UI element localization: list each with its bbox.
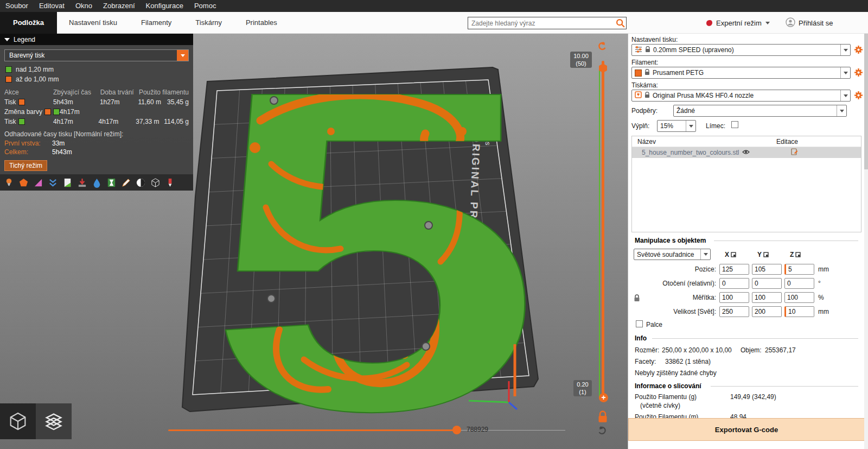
undo-arrow-icon[interactable] (597, 41, 608, 52)
coordinate-system-select[interactable]: Světové souřadnice (634, 249, 711, 260)
tab-tiskarny[interactable]: Tiskárny (183, 12, 234, 34)
supports-value: Žádné (676, 107, 834, 115)
legend-swatch-row: až do 1,00 mm (0, 74, 193, 84)
rotation-y-input[interactable] (752, 278, 782, 289)
chevron-down-icon (840, 67, 850, 78)
filament-gear-icon[interactable] (854, 68, 863, 77)
temperature-icon[interactable] (91, 176, 103, 188)
size-y-input[interactable] (752, 306, 782, 317)
position-y-input[interactable] (752, 264, 782, 275)
position-unit: mm (818, 265, 829, 273)
scale-z-input[interactable] (784, 292, 814, 303)
filament-select[interactable]: Prusament PETG (631, 67, 851, 79)
tab-nastaveni-tisku[interactable]: Nastavení tisku (57, 12, 129, 34)
reset-rotation-icon[interactable] (597, 426, 608, 437)
lock-icon[interactable] (597, 412, 608, 422)
position-z-input[interactable] (784, 264, 814, 275)
menu-okno[interactable]: Okno (70, 0, 98, 12)
print-settings-gear-icon[interactable] (854, 45, 863, 54)
move-slider-handle[interactable] (452, 426, 461, 434)
object-type-icon[interactable] (17, 176, 29, 188)
size-z-input[interactable] (784, 306, 814, 317)
legend-panel: Legend Barevný tisk nad 1,20 mm až do 1,… (0, 34, 193, 191)
add-color-change-button[interactable]: + (599, 393, 608, 402)
expert-mode-selector[interactable]: Expertní režim (706, 17, 770, 29)
brim-checkbox[interactable] (731, 121, 738, 128)
tab-filamenty[interactable]: Filamenty (129, 12, 183, 34)
supports-label: Podpěry: (631, 107, 658, 115)
search-icon[interactable] (615, 18, 626, 29)
printer-select[interactable]: Original Prusa MK4S HF0.4 nozzle (631, 90, 851, 102)
export-gcode-button[interactable]: Exportovat G-code (628, 418, 864, 441)
viewport-3d[interactable]: ORIGINAL PRUSA by Jos 5 5 (0, 34, 628, 449)
preset-icon (635, 46, 642, 55)
axis-z-header: Z (790, 251, 801, 258)
extruder-icon[interactable] (3, 176, 15, 188)
travel-marker-icon[interactable] (164, 176, 176, 188)
edit-header: Editace (776, 138, 798, 146)
inches-checkbox[interactable] (636, 320, 643, 327)
tab-podlozka[interactable]: Podložka (0, 12, 57, 34)
manipulation-title: Manipulace s objektem (635, 237, 706, 244)
edit-object-icon[interactable] (791, 148, 798, 157)
lock-icon (644, 92, 650, 100)
printer-gear-icon[interactable] (854, 91, 863, 100)
search-input[interactable] (468, 20, 615, 27)
object-row[interactable]: 5_house_number_two_colours.stl (632, 147, 861, 158)
volume-label: Objem: (741, 346, 762, 354)
scale-y-input[interactable] (752, 292, 782, 303)
collapse-triangle-icon (4, 38, 10, 41)
tool-icon[interactable] (135, 176, 146, 188)
menu-soubor[interactable]: Soubor (0, 0, 34, 12)
fan-speed-icon[interactable] (76, 176, 88, 188)
chevron-down-icon (837, 105, 846, 116)
chevron-down-icon (765, 22, 770, 24)
menu-zobrazeni[interactable]: Zobrazení (98, 0, 141, 12)
legend-table-header: Akce Zbývající čas Doba trvání Použito f… (0, 87, 193, 97)
view-mode-select[interactable]: Barevný tisk (4, 49, 189, 61)
print-settings-select[interactable]: 0.20mm SPEED (upraveno) (631, 44, 851, 56)
name-header: Název (637, 138, 656, 146)
rotation-z-input[interactable] (784, 278, 814, 289)
position-x-input[interactable] (719, 264, 749, 275)
legend-title: Legend (14, 36, 35, 43)
scrollbar-thumb[interactable] (864, 34, 868, 169)
scale-x-input[interactable] (719, 292, 749, 303)
model-number-five[interactable]: 5 (207, 34, 542, 449)
view-3d-button[interactable] (0, 403, 36, 439)
print-settings-value: 0.20mm SPEED (upraveno) (653, 46, 838, 54)
view-preview-button[interactable] (36, 403, 72, 439)
rotation-unit: ° (818, 280, 821, 287)
speed-icon[interactable] (61, 176, 73, 188)
cube-view-icon[interactable] (149, 176, 161, 188)
rotation-x-input[interactable] (719, 278, 749, 289)
menu-bar: Soubor Editovat Okno Zobrazení Konfigura… (0, 0, 868, 12)
menu-pomoc[interactable]: Pomoc (189, 0, 221, 12)
orange-swatch (5, 76, 12, 83)
sidebar-scrollbar (864, 34, 868, 449)
object-list-header: Název Editace (632, 136, 861, 147)
prusaslicer-window: Soubor Editovat Okno Zobrazení Konfigura… (0, 0, 868, 449)
eye-icon[interactable] (742, 149, 750, 156)
lock-icon (644, 69, 650, 77)
size-info-value: 250,00 x 200,00 x 10,00 (662, 346, 732, 354)
menu-editovat[interactable]: Editovat (34, 0, 70, 12)
login-button[interactable]: Přihlásit se (786, 17, 833, 29)
move-slider-track[interactable] (168, 429, 457, 431)
width-icon[interactable] (47, 176, 59, 188)
layer-slider-track[interactable] (602, 61, 604, 401)
expert-mode-icon (706, 20, 712, 26)
menu-konfigurace[interactable]: Konfigurace (141, 0, 189, 12)
print-time-icon[interactable] (105, 176, 117, 188)
size-x-input[interactable] (719, 306, 749, 317)
legend-header[interactable]: Legend (0, 34, 193, 45)
colorprint-edit-icon[interactable] (120, 176, 132, 188)
supports-select[interactable]: Žádné (673, 105, 847, 117)
tab-printables[interactable]: Printables (234, 12, 289, 34)
infill-select[interactable]: 15% (657, 120, 696, 132)
height-icon[interactable] (32, 176, 44, 188)
dropdown-button[interactable] (177, 50, 188, 61)
legend-table-row: Tisk 4h17m 4h17m 37,33 m 114,05 g (0, 117, 193, 127)
printer-value: Original Prusa MK4S HF0.4 nozzle (653, 92, 838, 99)
silent-mode-button[interactable]: Tichý režim (4, 160, 47, 171)
